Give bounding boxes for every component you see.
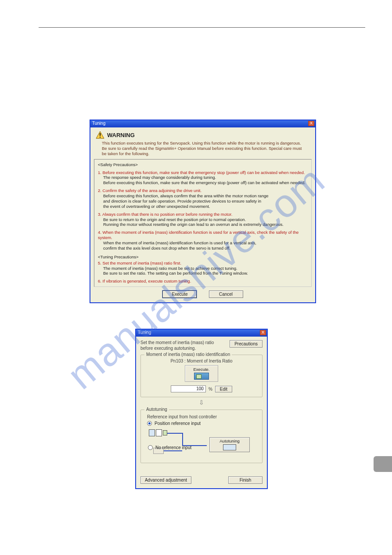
warning-dialog: Tuning X WARNING This function executes … [90, 120, 316, 303]
dialog-title: Tuning [92, 121, 105, 126]
autotuning-diagram: Autotuning No reference input [148, 428, 261, 458]
safety-scroll: <Safety Precautions> 1. Before executing… [94, 159, 312, 287]
radio-position-label: Position reference input [155, 421, 201, 426]
tuning-item-5-line-a: The moment of inertia (mass) ratio must … [98, 266, 308, 271]
warning-blurb: This function executes tuning for the Se… [90, 141, 315, 159]
radio-noref-label: No reference input [155, 445, 191, 450]
ratio-row: 100 % Edit [145, 385, 258, 392]
safety-item-3-line-b: Running the motor without resetting the … [98, 222, 308, 227]
tuning-item-6: 6. If vibration is generated, execute cu… [98, 279, 308, 284]
safety-item-2: 2. Confirm the safety of the area adjoin… [98, 188, 308, 209]
inertia-ratio-field[interactable]: 100 [171, 385, 206, 392]
ratio-unit: % [209, 387, 212, 392]
arrow-down-icon: ⇩ [140, 399, 263, 406]
safety-item-4-title: 4. When the moment of inertia (mass) ide… [98, 230, 308, 240]
finish-button[interactable]: Finish [228, 476, 263, 484]
wire-icon [164, 450, 182, 451]
tuning-item-5: 5. Set the moment of inertia (mass) rati… [98, 261, 308, 276]
bottom-button-row: Advanced adjustment Finish [140, 476, 263, 484]
wire-icon [182, 433, 183, 445]
safety-item-2-line-a: Before executing this function, always c… [98, 193, 308, 199]
safety-item-1: 1. Before executing this function, make … [98, 170, 308, 186]
execute-button[interactable]: Execute [162, 290, 197, 298]
safety-item-3: 3. Always confirm that there is no posit… [98, 212, 308, 228]
tuning-dialog: Tuning X Set the moment of inertia (mass… [135, 329, 268, 489]
tuning-dialog-titlebar: Tuning X [136, 330, 267, 337]
inertia-group-title: Moment of inertia (mass) ratio identific… [144, 352, 232, 357]
radio-icon [147, 421, 152, 426]
edit-button[interactable]: Edit [215, 386, 232, 392]
advanced-adjustment-button[interactable]: Advanced adjustment [140, 476, 191, 484]
inertia-group: Moment of inertia (mass) ratio identific… [140, 355, 263, 397]
autotuning-button[interactable]: Autotuning [209, 437, 250, 452]
page-side-tab [374, 456, 392, 472]
close-icon[interactable]: X [308, 121, 314, 126]
tuning-dialog-body: Set the moment of inertia (mass) ratio b… [136, 337, 267, 488]
safety-item-2-line-b: and direction is clear for safe operatio… [98, 199, 308, 204]
radio-position-reference[interactable]: Position reference input [147, 421, 258, 426]
controller-icon [149, 429, 155, 436]
safety-item-4-line-b: confirm that the axis level does not dro… [98, 246, 308, 251]
motor-icon [194, 373, 209, 380]
safety-item-1-line-b: Before executing this function, make sur… [98, 180, 308, 185]
safety-item-3-title: 3. Always confirm that there is no posit… [98, 212, 308, 217]
inertia-execute-label: Execute. [185, 367, 218, 372]
safety-item-4-line-a: When the moment of inertia (mass) identi… [98, 240, 308, 246]
cancel-button[interactable]: Cancel [209, 290, 243, 298]
drive-icon [156, 429, 162, 436]
motor-icon [163, 430, 167, 435]
pn103-label: Pn103 : Moment of Inertia Ratio [145, 359, 258, 363]
tuning-item-6-title: 6. If vibration is generated, execute cu… [98, 279, 308, 284]
warning-title: WARNING [107, 132, 135, 138]
safety-item-1-title: 1. Before executing this function, make … [98, 170, 308, 175]
tuning-item-5-line-b: Be sure to set the ratio. The setting ca… [98, 271, 308, 276]
page-top-rule [39, 27, 365, 28]
close-icon[interactable]: X [260, 330, 266, 335]
wire-icon [167, 433, 182, 434]
svg-rect-2 [100, 137, 101, 138]
safety-item-2-title: 2. Confirm the safety of the area adjoin… [98, 188, 308, 193]
precautions-button[interactable]: Precautions [230, 340, 263, 348]
safety-item-3-line-a: Be sure to return to the origin and rese… [98, 217, 308, 222]
tuning-message: Set the moment of inertia (mass) ratio b… [140, 340, 220, 351]
tuning-header: <Tuning Precautions> [98, 254, 308, 260]
svg-rect-1 [100, 133, 101, 136]
safety-item-2-line-c: the event of overtraveling or other unex… [98, 204, 308, 209]
tuning-dialog-title: Tuning [138, 330, 151, 335]
safety-item-1-line-a: The response speed may change considerab… [98, 175, 308, 180]
warning-header: WARNING [90, 127, 315, 141]
safety-item-4: 4. When the moment of inertia (mass) ide… [98, 230, 308, 251]
autotuning-button-label: Autotuning [210, 439, 249, 443]
tuning-item-5-title: 5. Set the moment of inertia (mass) rati… [98, 261, 308, 266]
autotuning-group: Autotuning Reference input from host con… [140, 410, 263, 463]
reference-label: Reference input from host controller [147, 414, 258, 419]
radio-no-reference[interactable]: No reference input [148, 445, 191, 450]
safety-header: <Safety Precautions> [98, 162, 308, 167]
inertia-execute-button[interactable]: Execute. [185, 365, 218, 382]
servo-icon [223, 444, 236, 450]
tuning-top-row: Set the moment of inertia (mass) ratio b… [140, 340, 263, 351]
dialog-button-row: Execute Cancel [90, 287, 315, 302]
autotuning-group-title: Autotuning [144, 407, 169, 412]
dialog-titlebar: Tuning X [90, 120, 315, 127]
radio-icon [148, 445, 153, 450]
warning-icon [96, 131, 104, 139]
